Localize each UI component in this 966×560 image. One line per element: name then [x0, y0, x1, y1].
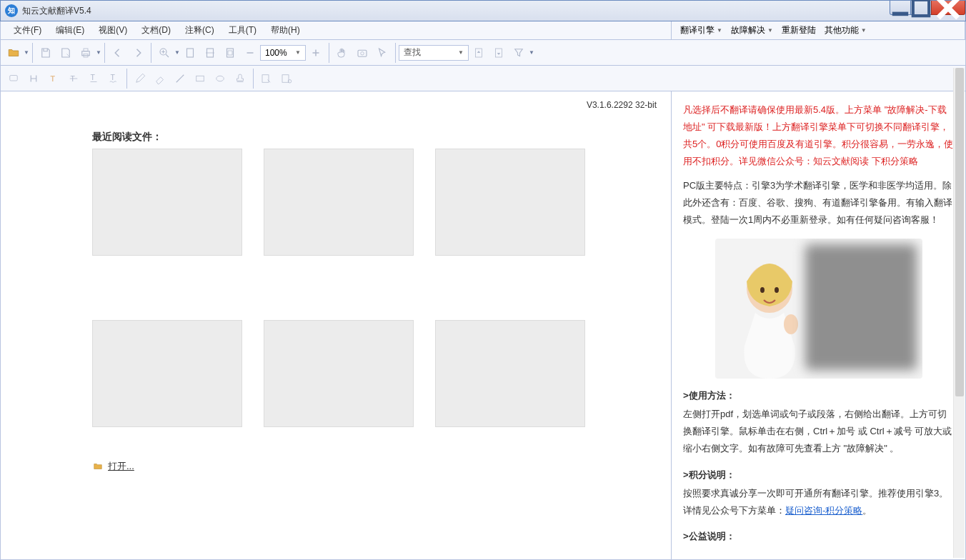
stamp-button[interactable] [230, 69, 250, 89]
next-page-button[interactable] [128, 43, 148, 63]
line-button[interactable] [170, 69, 190, 89]
rect-button[interactable] [190, 69, 210, 89]
svg-rect-21 [282, 74, 289, 82]
right-menu-bar: 翻译引擎▼ 故障解决▼ 重新登陆 其他功能▼ [671, 21, 965, 40]
strikeout-button[interactable]: T [64, 69, 84, 89]
oval-button[interactable] [210, 69, 230, 89]
fit-page-button[interactable] [180, 43, 200, 63]
toolbar-row-1: ▼ ▼ ▼ 100%▼ 查找▼ ▼ [0, 40, 966, 66]
person-illustration [719, 253, 820, 379]
prev-page-button[interactable] [108, 43, 128, 63]
right-menu-relogin[interactable]: 重新登陆 [777, 22, 820, 39]
maximize-button[interactable] [910, 1, 932, 15]
svg-text:T: T [51, 74, 56, 82]
svg-rect-18 [196, 76, 204, 81]
save-as-button[interactable] [56, 43, 76, 63]
svg-point-19 [216, 76, 224, 81]
main-area: V3.1.6.2292 32-bit 最近阅读文件： 打开... 凡选择后不翻译… [0, 91, 966, 560]
close-button[interactable] [931, 1, 965, 15]
search-next-button[interactable] [489, 43, 509, 63]
menu-help[interactable]: 帮助(H) [264, 22, 307, 39]
fit-width-button[interactable] [200, 43, 220, 63]
svg-rect-6 [187, 49, 194, 57]
pencil-button[interactable] [130, 69, 150, 89]
right-content: 凡选择后不翻译请确保使用最新5.4版。上方菜单 "故障解决-下载地址" 可下载最… [672, 91, 965, 559]
notice-text: 凡选择后不翻译请确保使用最新5.4版。上方菜单 "故障解决-下载地址" 可下载最… [683, 101, 954, 170]
text-select-button[interactable] [24, 69, 44, 89]
svg-point-26 [784, 314, 798, 334]
eraser-button[interactable] [150, 69, 170, 89]
advanced-search-dropdown[interactable]: ▼ [529, 43, 534, 63]
recent-file-thumb[interactable] [435, 149, 585, 256]
svg-rect-9 [358, 50, 367, 56]
advanced-search-button[interactable] [509, 43, 529, 63]
features-text: PC版主要特点：引擎3为学术翻译引擎，医学和非医学均适用。除此外还含有：百度、谷… [683, 177, 954, 229]
fit-visible-button[interactable] [220, 43, 240, 63]
svg-rect-1 [913, 0, 929, 16]
recent-file-thumb[interactable] [92, 320, 242, 427]
usage-text: 左侧打开pdf，划选单词或句子或段落，右侧给出翻译。上方可切换翻译引擎。鼠标单击… [683, 406, 954, 457]
zoom-in-button[interactable] [154, 43, 174, 63]
open-folder-button[interactable] [4, 43, 24, 63]
zoom-in-dropdown[interactable]: ▼ [174, 43, 180, 63]
open-dropdown[interactable]: ▼ [24, 43, 29, 63]
hand-tool-button[interactable] [332, 43, 352, 63]
underline-button[interactable]: T [84, 69, 104, 89]
document-pane: V3.1.6.2292 32-bit 最近阅读文件： 打开... [1, 91, 671, 559]
svg-point-24 [760, 287, 765, 293]
right-menu-engine[interactable]: 翻译引擎▼ [676, 22, 727, 39]
recent-file-thumb[interactable] [92, 149, 242, 256]
recent-file-thumb[interactable] [264, 320, 414, 427]
points-text: 按照要求真诚分享一次即可开通所有翻译引擎。推荐使用引擎3。详情见公众号下方菜单：… [683, 485, 954, 519]
edit-text-button[interactable] [257, 69, 277, 89]
svg-point-10 [361, 51, 364, 55]
right-menu-trouble[interactable]: 故障解决▼ [727, 22, 777, 39]
points-link[interactable]: 疑问咨询-积分策略 [785, 505, 862, 516]
recent-file-thumb[interactable] [435, 320, 585, 427]
app-title: 知云文献翻译V5.4 [22, 5, 91, 17]
menu-edit[interactable]: 编辑(E) [49, 22, 91, 39]
svg-text:T: T [111, 73, 116, 81]
svg-rect-0 [892, 11, 908, 16]
title-bar: 知 知云文献翻译V5.4 [0, 0, 966, 21]
minimize-button[interactable] [890, 1, 911, 15]
recent-files-grid [92, 149, 585, 427]
svg-rect-13 [10, 75, 18, 81]
window-controls [890, 1, 965, 16]
right-menu-other[interactable]: 其他功能▼ [820, 22, 871, 39]
recent-file-thumb[interactable] [264, 149, 414, 256]
app-icon: 知 [5, 4, 18, 17]
usage-title: >使用方法： [683, 387, 954, 404]
print-button[interactable] [76, 43, 96, 63]
menu-file[interactable]: 文件(F) [6, 22, 49, 39]
note-button[interactable] [4, 69, 24, 89]
recent-files-title: 最近阅读文件： [92, 131, 162, 144]
right-scrollbar[interactable] [953, 68, 965, 558]
menu-tool[interactable]: 工具(T) [221, 22, 264, 39]
search-combo[interactable]: 查找▼ [399, 45, 469, 61]
zoom-in-plus-button[interactable] [306, 43, 326, 63]
svg-rect-20 [262, 74, 269, 82]
translation-pane: 凡选择后不翻译请确保使用最新5.4版。上方菜单 "故障解决-下载地址" 可下载最… [671, 91, 965, 559]
charity-title: >公益说明： [683, 528, 954, 545]
print-dropdown[interactable]: ▼ [96, 43, 101, 63]
zoom-out-minus-button[interactable] [240, 43, 260, 63]
menu-view[interactable]: 视图(V) [91, 22, 134, 39]
open-file-link[interactable]: 打开... [92, 460, 134, 473]
toolbar-row-2: T T T T [0, 66, 966, 91]
menu-document[interactable]: 文档(D) [134, 22, 178, 39]
qr-code-blurred [805, 244, 917, 370]
svg-rect-2 [82, 51, 90, 55]
save-button[interactable] [36, 43, 56, 63]
squiggly-button[interactable]: T [104, 69, 124, 89]
highlight-button[interactable]: T [44, 69, 64, 89]
search-prev-button[interactable] [469, 43, 489, 63]
edit-image-button[interactable] [277, 69, 297, 89]
points-title: >积分说明： [683, 466, 954, 484]
select-tool-button[interactable] [372, 43, 392, 63]
menu-comment[interactable]: 注释(C) [178, 22, 221, 39]
svg-text:T: T [91, 73, 96, 81]
version-label: V3.1.6.2292 32-bit [587, 100, 657, 110]
zoom-combo[interactable]: 100%▼ [260, 45, 306, 61]
snapshot-button[interactable] [352, 43, 372, 63]
